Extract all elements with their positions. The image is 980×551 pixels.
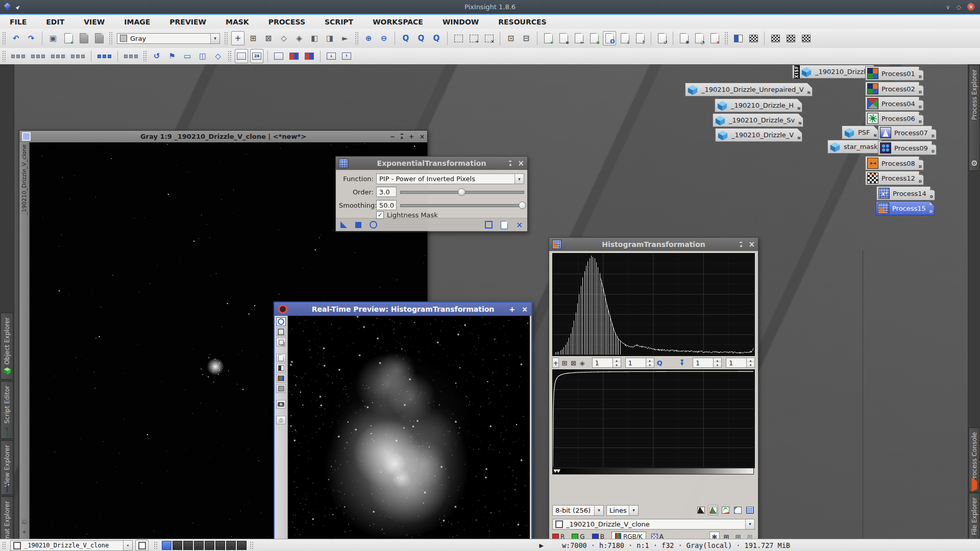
- rtp-contrast-button[interactable]: [276, 364, 286, 372]
- screen-transfer-button[interactable]: [731, 31, 745, 45]
- new-preview-button[interactable]: [452, 31, 465, 45]
- image-minimize-icon[interactable]: −: [390, 133, 395, 140]
- drag-handle[interactable]: [228, 51, 232, 62]
- contract-histogram-button[interactable]: ⊠: [570, 358, 577, 368]
- zoom-optimal-button[interactable]: Q: [430, 31, 443, 45]
- drag-handle[interactable]: [2, 32, 6, 45]
- load-swap-button[interactable]: ←: [572, 31, 585, 45]
- redo-button[interactable]: ↷: [24, 31, 38, 45]
- copy-image-button[interactable]: [77, 31, 90, 45]
- hist-dialog-titlebar[interactable]: HistogramTransformation ▴ ×: [549, 238, 758, 251]
- screen-send-button[interactable]: ↓: [325, 49, 338, 63]
- screen-split-b-button[interactable]: [303, 49, 316, 63]
- zoom-in-button[interactable]: ⊕: [362, 31, 375, 45]
- diamond-tool-button[interactable]: ◇: [211, 49, 225, 63]
- paste-image-button[interactable]: [92, 31, 106, 45]
- store-swap-button[interactable]: e: [587, 31, 601, 45]
- process-icon-process12[interactable]: Process12ND: [865, 171, 924, 185]
- workspace-thumb-6[interactable]: [215, 541, 225, 550]
- pan-mode-button[interactable]: ◇: [277, 31, 290, 45]
- spin-down-icon[interactable]: ▾: [613, 363, 621, 367]
- zoom-mode-icon[interactable]: Q: [656, 358, 663, 368]
- process-icon-process02[interactable]: Process02ND: [865, 82, 924, 96]
- process-icon-process06[interactable]: Process06ND: [865, 111, 924, 126]
- minimize-window-icon[interactable]: ∨: [946, 4, 950, 11]
- function-select[interactable]: PIP - Power of Inverted Pixels ▾: [376, 173, 524, 184]
- swap-store-button[interactable]: ↓: [618, 31, 631, 45]
- exponential-transformation-dialog[interactable]: ExponentialTransformation ▴ × Function: …: [335, 156, 528, 232]
- chevron-down-icon[interactable]: ▾: [745, 519, 754, 529]
- chevron-down-icon[interactable]: ▾: [123, 541, 132, 550]
- midtones-marker[interactable]: [556, 469, 560, 473]
- workspace-thumb-7[interactable]: [226, 541, 236, 550]
- panel-tab-object-explorer[interactable]: Object Explorer: [1, 313, 13, 380]
- midtones-slider-strip[interactable]: [552, 468, 754, 474]
- process-icon-process15[interactable]: Process15ND: [876, 201, 935, 215]
- process-icon-process07[interactable]: Process07ND: [878, 126, 937, 140]
- workspace-active-button[interactable]: [97, 55, 111, 58]
- rtp-gray-button[interactable]: [276, 384, 286, 393]
- mask-invert-button[interactable]: [799, 31, 813, 45]
- menu-file[interactable]: FILE: [0, 15, 36, 29]
- highlights-marker[interactable]: [749, 469, 753, 473]
- mask-enable-button[interactable]: [747, 31, 760, 45]
- spin-down-icon[interactable]: ▾: [714, 363, 721, 367]
- readout-left-button[interactable]: ◧: [308, 31, 321, 45]
- undo-button[interactable]: ↶: [9, 31, 22, 45]
- screen-plain-button[interactable]: [272, 49, 285, 63]
- expand-controls-icon[interactable]: ▼▼: [680, 360, 683, 366]
- rtp-camera-button[interactable]: [276, 400, 286, 409]
- drag-handle[interactable]: [724, 32, 728, 45]
- reset-button[interactable]: ×: [514, 220, 524, 230]
- delete-preview-button[interactable]: ×: [482, 31, 496, 45]
- workspace-thumb-3[interactable]: [183, 541, 193, 550]
- hist-zoom-y-stepper[interactable]: 1▴▾: [625, 358, 654, 368]
- nebula-preview-image[interactable]: [288, 316, 530, 551]
- zoom-window-button[interactable]: ⊟: [520, 31, 533, 45]
- spin-down-icon[interactable]: ▾: [747, 363, 754, 367]
- rtp-titlebar[interactable]: Real-Time Preview: HistogramTransformati…: [275, 303, 531, 316]
- sync-icon[interactable]: +: [22, 529, 26, 535]
- browse-docs-button[interactable]: [483, 219, 494, 230]
- file-icon-psf[interactable]: PSFN: [842, 126, 879, 139]
- display-channel-select[interactable]: Gray▾: [117, 33, 220, 44]
- duplicate-image-button[interactable]: +: [62, 31, 75, 45]
- close-window-icon[interactable]: ×: [967, 3, 975, 11]
- hist-view-select[interactable]: _190210_Drizzle_V_clone ▾: [552, 519, 755, 530]
- hist-close-icon[interactable]: ×: [748, 240, 755, 249]
- rtp-export-button[interactable]: ⎙: [276, 416, 286, 424]
- image-settings-button[interactable]: ✱: [677, 31, 691, 45]
- transfer-function-plot[interactable]: [552, 369, 755, 468]
- file-icon-190210_drizzle_h[interactable]: _190210_Drizzle_HN: [715, 98, 802, 112]
- screen-split-a-button[interactable]: [287, 49, 301, 63]
- mask-edit-button[interactable]: [784, 31, 797, 45]
- panel-tab-process-console[interactable]: Process Console: [969, 428, 980, 492]
- apply-button[interactable]: [354, 220, 363, 230]
- panel-tab-format-explorer[interactable]: Format Explorer: [1, 496, 13, 540]
- chevron-down-icon[interactable]: ▾: [514, 174, 524, 184]
- menu-script[interactable]: SCRIPT: [315, 15, 363, 29]
- menu-window[interactable]: WINDOW: [433, 15, 488, 29]
- realtime-preview-button[interactable]: [368, 219, 379, 230]
- drag-handle[interactable]: [143, 51, 147, 62]
- chevron-down-icon[interactable]: ▾: [594, 506, 603, 515]
- file-icon-190210_drizzle_v[interactable]: _190210_Drizzle_VN: [715, 128, 802, 142]
- workspace-03-button[interactable]: [51, 55, 65, 58]
- expand-mode-button[interactable]: ⊞: [247, 31, 260, 45]
- expand-histogram-button[interactable]: ⊞: [561, 358, 568, 368]
- image-window-titlebar[interactable]: Gray 1:9 _190210_Drizzle_V_clone | <*new…: [19, 131, 427, 142]
- workspace-02-button[interactable]: [31, 55, 45, 58]
- zoom-out-button[interactable]: ⊖: [377, 31, 390, 45]
- spin-up-icon[interactable]: ▴: [714, 358, 721, 363]
- rtp-region-button[interactable]: [276, 328, 286, 336]
- file-icon-190210_drizzle_unrepaired_v[interactable]: _190210_Drizzle_Unrepaired_VN: [685, 83, 813, 96]
- menu-resources[interactable]: RESOURCES: [488, 15, 556, 29]
- delete-history-button[interactable]: ×: [708, 31, 721, 45]
- menu-mask[interactable]: MASK: [216, 15, 259, 29]
- new-image-button[interactable]: +: [542, 31, 555, 45]
- file-icon-star_mask[interactable]: star_maskN: [827, 140, 887, 154]
- exp-dialog-titlebar[interactable]: ExponentialTransformation ▴ ×: [336, 157, 527, 170]
- drag-handle[interactable]: [224, 32, 228, 45]
- menu-view[interactable]: VIEW: [74, 15, 114, 29]
- panel-tab-view-explorer[interactable]: View Explorer: [1, 440, 13, 495]
